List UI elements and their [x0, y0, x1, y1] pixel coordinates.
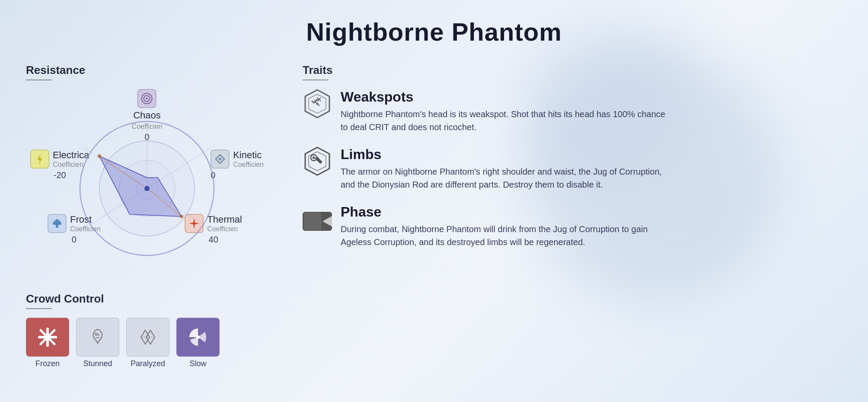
svg-rect-6 [54, 220, 56, 223]
cc-item-slow: Slow [176, 318, 220, 368]
svg-rect-5 [53, 222, 61, 225]
paralyzed-icon-box [126, 318, 169, 357]
svg-point-40 [313, 156, 315, 159]
phase-desc: During combat, Nightborne Phantom will d… [341, 223, 669, 249]
kinetic-name: Kinetic [233, 150, 264, 161]
svg-point-2 [146, 98, 148, 100]
paralyzed-label: Paralyzed [131, 359, 165, 368]
weakspots-desc: Nightborne Phantom's head is its weakspo… [341, 108, 669, 134]
svg-point-30 [196, 335, 200, 339]
cc-item-stunned: Stunned [76, 318, 119, 368]
slow-label: Slow [189, 359, 206, 368]
stunned-icon-box [76, 318, 119, 357]
stunned-label: Stunned [83, 359, 112, 368]
limbs-icon [303, 147, 332, 176]
cc-items-list: Frozen Stunned [26, 318, 277, 368]
electrical-icon [30, 150, 49, 169]
frozen-icon-box [26, 318, 69, 357]
kinetic-coeff-label: Coefficien [233, 161, 264, 169]
main-container: Nightborne Phantom Resistance [0, 0, 868, 402]
svg-marker-42 [322, 216, 332, 227]
resistance-section: Resistance Chaos C [26, 64, 277, 279]
content-area: Resistance Chaos C [26, 64, 842, 368]
weakspots-icon [303, 89, 332, 118]
cc-item-frozen: Frozen [26, 318, 69, 368]
traits-divider [303, 80, 329, 80]
trait-weakspots: Weakspots Nightborne Phantom's head is i… [303, 89, 842, 134]
weakspots-content: Weakspots Nightborne Phantom's head is i… [341, 89, 669, 134]
weakspots-title: Weakspots [341, 89, 669, 105]
chaos-icon [137, 89, 156, 108]
svg-rect-41 [304, 213, 322, 230]
cc-item-paralyzed: Paralyzed [126, 318, 169, 368]
resistance-header: Resistance [26, 64, 277, 77]
svg-point-22 [98, 154, 101, 158]
phase-content: Phase During combat, Nightborne Phantom … [341, 204, 669, 249]
phase-icon [303, 204, 332, 233]
radar-area: Chaos Coefficien 0 [26, 89, 268, 279]
svg-marker-3 [37, 154, 42, 164]
svg-rect-7 [58, 220, 61, 223]
svg-marker-37 [309, 152, 326, 171]
frozen-label: Frozen [35, 359, 60, 368]
limbs-desc: The armor on Nightborne Phantom's right … [341, 165, 669, 191]
page-title: Nightborne Phantom [26, 17, 842, 46]
svg-point-23 [180, 215, 183, 218]
left-panel: Resistance Chaos C [26, 64, 277, 368]
svg-point-28 [45, 335, 50, 339]
phase-title: Phase [341, 204, 669, 220]
crowd-control-section: Crowd Control Fr [26, 292, 277, 368]
svg-point-33 [316, 102, 319, 105]
svg-point-21 [144, 186, 150, 191]
trait-limbs: Limbs The armor on Nightborne Phantom's … [303, 147, 842, 191]
radar-chart [61, 115, 233, 262]
traits-header: Traits [303, 64, 842, 77]
slow-icon-box [176, 318, 220, 357]
limbs-title: Limbs [341, 147, 669, 163]
limbs-content: Limbs The armor on Nightborne Phantom's … [341, 147, 669, 191]
right-panel: Traits [303, 64, 842, 262]
trait-phase: Phase During combat, Nightborne Phantom … [303, 204, 842, 249]
crowd-control-header: Crowd Control [26, 292, 277, 306]
traits-section: Traits [303, 64, 842, 249]
crowd-control-divider [26, 308, 52, 309]
resistance-divider [26, 80, 52, 80]
